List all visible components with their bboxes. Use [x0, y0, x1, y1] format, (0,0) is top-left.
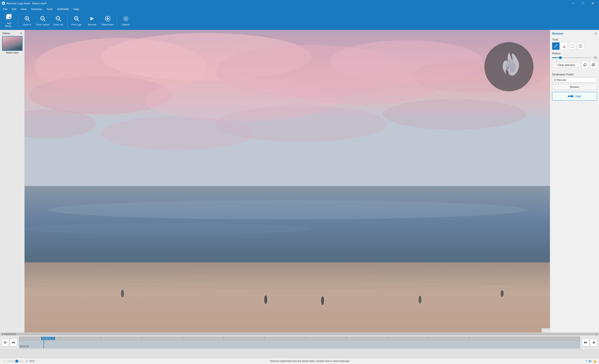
zoom-in-status-button[interactable]: + [25, 359, 28, 363]
toolbar-find-logo-label: Find Logo [72, 23, 82, 26]
timeline-track[interactable]: 00:00:02 13 00:00:00 [19, 336, 580, 349]
divider-1 [552, 71, 597, 71]
step-back-button[interactable] [10, 339, 17, 346]
svg-marker-66 [12, 341, 13, 344]
svg-marker-63 [5, 341, 6, 344]
step-forward-icon [584, 341, 587, 344]
status-center: Remove watermark from the whole video. D… [35, 360, 585, 363]
panel-header: Videos ✕ [1, 31, 24, 36]
menu-edit[interactable]: Edit [10, 7, 18, 11]
menu-selection[interactable]: Selection [29, 7, 44, 11]
svg-marker-62 [572, 95, 574, 98]
radius-slider[interactable] [552, 57, 590, 58]
toolbar-options-label: Options [122, 23, 130, 26]
svg-point-48 [321, 296, 324, 305]
toolbar-options-button[interactable]: Options [118, 12, 133, 29]
tools-row [552, 42, 597, 50]
watermarks-icon [104, 15, 111, 23]
help-button[interactable]: ? [585, 359, 587, 363]
menu-view[interactable]: View [19, 7, 28, 11]
svg-point-47 [264, 295, 267, 304]
svg-point-40 [383, 99, 526, 130]
copy-from-button[interactable] [581, 61, 589, 69]
status-right: ? 🐦 👍 [585, 359, 597, 363]
scroll-right-arrow[interactable]: ▶ [595, 333, 598, 336]
minimize-button[interactable]: ─ [568, 0, 578, 7]
clock-tool-button[interactable] [577, 42, 584, 50]
destination-folder-label: Destination Folder [552, 73, 597, 76]
video-thumbnail [2, 36, 23, 51]
svg-marker-84 [584, 341, 586, 344]
logo-flame-svg [496, 50, 522, 83]
title-text: Remove Logo Now! - Beach.mp4* [7, 2, 47, 5]
maximize-button[interactable]: □ [578, 0, 588, 7]
menu-softorbits[interactable]: SoftOrbits [55, 7, 71, 11]
zoom-out-status-button[interactable]: − [2, 359, 6, 363]
toolbar-remove-button[interactable]: Remove [85, 12, 99, 29]
radius-label: Radius [552, 52, 597, 55]
toolbar-zoom-in-label: Zoom in [23, 23, 31, 26]
rect-select-tool-button[interactable] [569, 42, 576, 50]
step-back-icon [12, 341, 15, 344]
right-transport-controls [582, 339, 597, 346]
status-bar: − + 81% Remove watermark from the whole … [0, 358, 599, 364]
timeline-ruler [19, 337, 580, 341]
destination-folder-input[interactable]: D:\Results [552, 77, 597, 83]
svg-point-39 [215, 106, 388, 142]
close-button[interactable]: ✕ [588, 0, 597, 7]
svg-rect-87 [594, 341, 595, 344]
toolbar-zoom-normal-button[interactable]: Zoom normal [35, 12, 50, 29]
go-to-end-button[interactable] [590, 339, 597, 346]
go-to-start-button[interactable] [2, 339, 9, 346]
destination-folder-section: Destination Folder D:\Results Browse [552, 73, 597, 90]
right-panel-title: Remove [552, 32, 563, 35]
toolbar-add-files-button[interactable]: AddFile(s)... [2, 12, 16, 29]
svg-line-14 [59, 20, 61, 21]
svg-line-16 [78, 20, 79, 21]
zoom-out-icon [55, 15, 62, 23]
clear-selection-button[interactable]: Clear selection [552, 62, 581, 68]
step-forward-button[interactable] [582, 339, 589, 346]
copy-to-button[interactable] [590, 61, 597, 69]
zoom-thumb[interactable] [15, 360, 18, 363]
rect-select-icon [570, 44, 574, 48]
browse-button[interactable]: Browse [552, 84, 597, 90]
svg-marker-65 [13, 341, 15, 344]
find-logo-icon [73, 15, 80, 23]
svg-line-56 [580, 46, 581, 46]
toolbar-add-files-label: AddFile(s)... [5, 22, 13, 27]
menu-tools[interactable]: Tools [44, 7, 55, 11]
like-button[interactable]: 👍 [593, 359, 597, 363]
brush-tool-button[interactable] [552, 42, 560, 50]
add-files-icon [6, 14, 12, 21]
start-button-label: Start [575, 95, 581, 98]
menu-help[interactable]: Help [71, 7, 81, 11]
timeline-controls: 00:00:02 13 00:00:00 [0, 336, 599, 350]
right-panel-close-button[interactable]: ✕ [594, 32, 597, 35]
toolbar-watermarks-button[interactable]: Watermarks [100, 12, 115, 29]
svg-rect-61 [568, 96, 572, 97]
toolbar-zoom-in-button[interactable]: Zoom in [20, 12, 35, 29]
radius-section: Radius 20 [552, 52, 597, 59]
svg-line-26 [127, 17, 128, 18]
title-bar: Remove Logo Now! - Beach.mp4* ─ □ ✕ [0, 0, 599, 7]
video-thumb-inner [2, 36, 22, 50]
menu-file[interactable]: File [1, 7, 9, 11]
h-scroll-thumb[interactable] [4, 333, 16, 335]
status-message: Remove watermark from the whole video. D… [270, 360, 350, 363]
toolbar-zoom-out-label: Zoom out [54, 23, 63, 26]
panel-close-button[interactable]: ✕ [20, 32, 22, 35]
scroll-left-arrow[interactable]: ◀ [1, 333, 4, 336]
panel-title: Videos [2, 32, 10, 35]
twitter-button[interactable]: 🐦 [588, 359, 592, 363]
title-bar-controls: ─ □ ✕ [568, 0, 597, 7]
toolbar-find-logo-button[interactable]: Find Logo [69, 12, 84, 29]
video-thumbnail-item[interactable]: Beach.mp4 [1, 36, 24, 54]
toolbar-zoom-out-button[interactable]: Zoom out [51, 12, 66, 29]
brush-icon [554, 44, 558, 48]
playhead-time-label: 00:00:02 13 [41, 337, 55, 340]
eraser-tool-button[interactable] [560, 42, 568, 50]
svg-point-43 [49, 200, 526, 219]
svg-point-50 [501, 290, 504, 297]
start-button[interactable]: Start [552, 92, 597, 100]
